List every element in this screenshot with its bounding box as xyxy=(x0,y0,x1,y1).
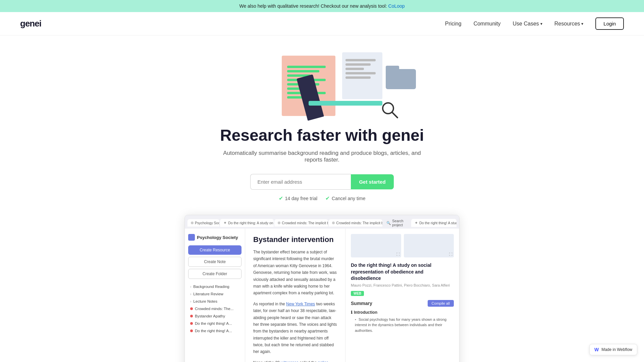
search-icon: 🔍 xyxy=(386,221,391,225)
app-body: Psychology Society Create Resource Creat… xyxy=(185,229,459,362)
nav-links: Pricing Community Use Cases ▾ Resources … xyxy=(445,17,624,30)
tab-do-right-thing[interactable]: ✦ Do the right thing: A study on social … xyxy=(220,219,274,227)
summary-header: Summary Compile all xyxy=(351,300,454,307)
web-badge: WEB xyxy=(351,291,364,296)
summary-label: Summary xyxy=(351,301,372,306)
file-status-icon xyxy=(190,322,193,325)
right-panel: ⛶ ⛶ Do the right thing! A study on socia… xyxy=(345,229,459,362)
cancel-badge: ✔ Cancel any time xyxy=(325,195,365,201)
nav-community[interactable]: Community xyxy=(474,21,501,27)
star-icon: ✦ xyxy=(415,221,418,225)
content-body: The bystander effect became a subject of… xyxy=(253,249,337,362)
sidebar-item-do-right-thing-1[interactable]: Do the right thing! A... xyxy=(188,320,241,327)
nav-pricing[interactable]: Pricing xyxy=(445,21,462,27)
sidebar-item-background-reading[interactable]: › Background Reading xyxy=(188,283,241,290)
paragraph-1: The bystander effect became a subject of… xyxy=(253,249,337,297)
check-icon: ✔ xyxy=(325,195,330,201)
highlight-bar xyxy=(309,101,382,106)
paragraph-2: As reported in the New York Times two we… xyxy=(253,301,337,355)
paragraph-3: None of the 38 witnesses called the poli… xyxy=(253,359,337,362)
info-icon: ℹ xyxy=(351,310,353,315)
sidebar-item-literature-review[interactable]: › Literature Review xyxy=(188,290,241,298)
tab-icon xyxy=(332,222,335,224)
tab-do-right-thing-2[interactable]: ✦ Do the right thing! A study on... xyxy=(411,219,457,227)
file-status-icon xyxy=(190,307,193,310)
compile-all-button[interactable]: Compile all xyxy=(428,300,454,307)
chevron-right-icon: › xyxy=(190,292,191,296)
paper-thumbnail-1[interactable]: ⛶ xyxy=(351,234,401,257)
check-icon: ✔ xyxy=(279,195,283,201)
chevron-right-icon: › xyxy=(190,300,191,303)
tab-icon xyxy=(278,222,280,224)
tab-crowded-minds-2[interactable]: Crowded minds: The implicit bystander e.… xyxy=(329,219,382,227)
tab-crowded-minds-1[interactable]: Crowded minds: The implicit bystander e.… xyxy=(274,219,328,227)
hero-section: Research faster with genei Automatically… xyxy=(0,36,644,362)
summary-bullet-1: • Social psychology has for many years s… xyxy=(351,317,454,334)
navigation: genei Pricing Community Use Cases ▾ Reso… xyxy=(0,12,644,36)
announcement-banner: We also help with qualitative research! … xyxy=(0,0,644,12)
police-link[interactable]: police xyxy=(318,360,328,362)
file-status-icon xyxy=(190,315,193,317)
star-icon: ✦ xyxy=(223,221,227,225)
doc-line xyxy=(287,66,326,68)
secondary-document-icon xyxy=(342,52,382,99)
hero-title: Research faster with genei xyxy=(220,126,424,144)
nav-use-cases[interactable]: Use Cases ▾ xyxy=(513,21,542,27)
expand-icon: ⛶ xyxy=(449,252,452,256)
expand-icon: ⛶ xyxy=(396,252,400,256)
banner-text: We also help with qualitative research! … xyxy=(239,3,387,9)
nyt-link[interactable]: New York Times xyxy=(286,302,315,306)
logo[interactable]: genei xyxy=(20,18,41,29)
sidebar: Psychology Society Create Resource Creat… xyxy=(185,229,245,362)
webflow-badge: W Made in Webflow xyxy=(589,344,637,355)
sidebar-item-bystander-apathy[interactable]: Bystander Apathy xyxy=(188,312,241,320)
folder-icon xyxy=(386,69,416,89)
paper-thumbnail-2[interactable]: ⛶ xyxy=(404,234,454,257)
sidebar-item-crowded-minds[interactable]: Crowded minds: The... xyxy=(188,305,241,312)
tab-search[interactable]: 🔍 Search project xyxy=(383,217,411,229)
login-button[interactable]: Login xyxy=(595,17,624,30)
sidebar-item-lecture-notes[interactable]: › Lecture Notes xyxy=(188,298,241,305)
file-status-icon xyxy=(190,329,193,332)
bullet-icon: • xyxy=(355,317,356,321)
project-icon xyxy=(188,234,195,241)
tab-psychology-society[interactable]: Psychology Society xyxy=(187,219,219,227)
create-folder-button[interactable]: Create Folder xyxy=(188,269,241,279)
panel-images: ⛶ ⛶ xyxy=(351,234,454,257)
sidebar-item-do-right-thing-2[interactable]: Do the right thing! A... xyxy=(188,327,241,335)
sidebar-project-name: Psychology Society xyxy=(188,234,241,241)
doc-line xyxy=(287,70,319,72)
chevron-right-icon: › xyxy=(190,285,191,289)
hero-subtitle: Automatically summarise background readi… xyxy=(215,150,429,163)
paper-title: Do the right thing! A study on social re… xyxy=(351,262,454,282)
sidebar-nav: › Background Reading › Literature Review… xyxy=(188,283,241,335)
chevron-down-icon: ▾ xyxy=(581,21,583,26)
browser-tab-bar: Psychology Society ✦ Do the right thing:… xyxy=(185,215,459,229)
introduction-section: ℹ Introduction xyxy=(351,310,454,315)
chevron-down-icon: ▾ xyxy=(540,21,542,26)
content-title: Bystander intervention xyxy=(253,235,337,244)
free-trial-badge: ✔ 14 day free trial xyxy=(279,195,318,201)
main-content-area: Bystander intervention The bystander eff… xyxy=(245,229,345,362)
create-resource-button[interactable]: Create Resource xyxy=(188,245,241,255)
create-note-button[interactable]: Create Note xyxy=(188,257,241,267)
paper-authors: Mauro Pozzi, Francesco Pattini, Piero Bo… xyxy=(351,283,454,287)
get-started-button[interactable]: Get started xyxy=(351,174,393,189)
tab-icon xyxy=(191,222,194,224)
nav-resources[interactable]: Resources ▾ xyxy=(554,21,583,27)
witnesses-link[interactable]: witnesses xyxy=(281,360,299,362)
app-screenshot: Psychology Society ✦ Do the right thing:… xyxy=(184,215,460,362)
trial-badges: ✔ 14 day free trial ✔ Cancel any time xyxy=(279,195,366,201)
email-input[interactable] xyxy=(250,174,351,190)
coloop-link[interactable]: CoLoop xyxy=(388,3,405,9)
search-icon xyxy=(381,101,399,119)
webflow-logo: W xyxy=(594,347,599,352)
svg-line-1 xyxy=(392,112,397,118)
hero-illustration xyxy=(241,49,402,119)
signup-form: Get started xyxy=(250,174,393,190)
